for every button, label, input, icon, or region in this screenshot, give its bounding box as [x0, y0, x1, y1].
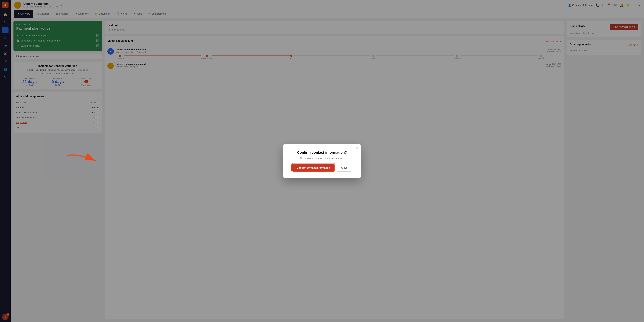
modal-close-label: Close — [341, 166, 348, 169]
confirm-contact-button[interactable]: Confirm contact information — [292, 164, 334, 172]
modal-text: The primary email is not set to confirme… — [290, 157, 354, 160]
confirm-contact-label: Confirm contact information — [297, 166, 330, 169]
modal-overlay: ✕ Confirm contact information? The prima… — [0, 0, 644, 322]
modal-close-button[interactable]: ✕ — [356, 146, 358, 151]
modal-close-btn[interactable]: Close — [337, 164, 352, 172]
modal-buttons: Confirm contact information Close — [290, 164, 354, 172]
arrow-svg — [64, 152, 99, 170]
modal-title: Confirm contact information? — [290, 151, 354, 155]
arrow-annotation — [64, 152, 99, 170]
modal-dialog: ✕ Confirm contact information? The prima… — [283, 144, 361, 178]
